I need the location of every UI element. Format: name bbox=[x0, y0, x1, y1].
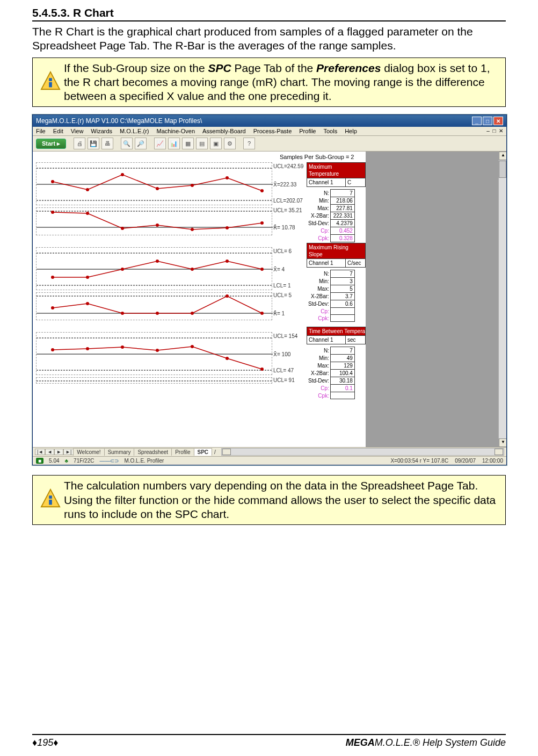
t1: If the Sub-Group size on the bbox=[64, 62, 208, 74]
scroll-down-icon[interactable]: ▼ bbox=[499, 438, 506, 447]
tab-spc[interactable]: SPC bbox=[194, 448, 213, 456]
toolbar-icon[interactable]: 📈 bbox=[154, 138, 166, 149]
tab-nav-first[interactable]: |◄ bbox=[35, 449, 45, 455]
svg-point-49 bbox=[226, 357, 229, 360]
menu-wizards[interactable]: Wizards bbox=[91, 128, 112, 134]
toolbar-icon[interactable]: ⚙ bbox=[224, 138, 236, 149]
zoom-out-icon[interactable]: 🔎 bbox=[135, 138, 147, 149]
tab-profile[interactable]: Profile bbox=[171, 448, 194, 456]
menu-process-paste[interactable]: Process-Paste bbox=[253, 128, 292, 134]
toolbar-icon[interactable]: ▣ bbox=[210, 138, 222, 149]
svg-point-50 bbox=[260, 368, 264, 371]
ucl-label-2: UCL= 35.21 bbox=[273, 207, 302, 213]
zoom-in-icon[interactable]: 🔍 bbox=[121, 138, 133, 149]
ucl-label-6: UCL= 91 bbox=[273, 377, 295, 383]
app-window: MegaM.O.L.E.(r) MAP V1.00 C:\MegaMOLE Ma… bbox=[32, 114, 507, 465]
toolbar-icon[interactable]: ▦ bbox=[182, 138, 194, 149]
status-date: 09/20/07 bbox=[455, 458, 476, 464]
stat-cpk bbox=[330, 315, 354, 322]
menu-help[interactable]: Help bbox=[345, 128, 357, 134]
svg-rect-2 bbox=[49, 82, 52, 87]
menu-machine-oven[interactable]: Machine-Oven bbox=[156, 128, 195, 134]
tab-welcome[interactable]: Welcome! bbox=[73, 448, 104, 456]
guide-rest: M.O.L.E.® Help System Guide bbox=[375, 737, 506, 748]
svg-point-12 bbox=[260, 189, 264, 192]
ucl-label-1: UCL=242.59 bbox=[273, 163, 303, 169]
tab-spreadsheet[interactable]: Spreadsheet bbox=[134, 448, 172, 456]
chart-r-1 bbox=[36, 207, 272, 235]
svg-point-28 bbox=[156, 260, 159, 263]
lcl-label-1: LCL=202.07 bbox=[273, 198, 303, 204]
tab-summary[interactable]: Summary bbox=[104, 448, 135, 456]
scroll-thumb[interactable] bbox=[499, 161, 506, 178]
channel-label: Channel 1 bbox=[307, 178, 346, 186]
chart-area: Samples Per Sub-Group = 2 UCL=242.59 X̄=… bbox=[33, 152, 506, 447]
stats-title-3: Time Between Temperature Rel bbox=[307, 327, 366, 336]
scroll-up-icon[interactable]: ▲ bbox=[499, 152, 506, 160]
menu-file[interactable]: File bbox=[36, 128, 46, 134]
stat-max: 129 bbox=[330, 362, 354, 370]
svg-point-10 bbox=[191, 184, 194, 187]
stat-cpk bbox=[330, 392, 354, 399]
close-button[interactable]: ✕ bbox=[493, 117, 503, 125]
toolbar-icon[interactable]: 🖶 bbox=[101, 138, 113, 149]
samples-per-subgroup-label: Samples Per Sub-Group = 2 bbox=[280, 154, 354, 160]
statusbar: ■ 5.04 ♣ 71F/22C ——⊂⊃ M.O.L.E. Profiler … bbox=[33, 456, 506, 465]
horizontal-scrollbar[interactable] bbox=[221, 448, 504, 456]
help-icon[interactable]: ? bbox=[243, 138, 255, 149]
svg-point-16 bbox=[86, 212, 89, 215]
menu-view[interactable]: View bbox=[71, 128, 84, 134]
status-chip: ■ bbox=[36, 458, 43, 464]
tab-nav-prev[interactable]: ◄ bbox=[45, 449, 54, 455]
info-icon bbox=[37, 61, 64, 91]
svg-point-48 bbox=[191, 345, 194, 348]
stat-n: 7 bbox=[330, 347, 354, 355]
menu-edit[interactable]: Edit bbox=[53, 128, 63, 134]
toolbar-icon[interactable]: 💾 bbox=[88, 138, 99, 149]
svg-point-39 bbox=[226, 294, 229, 298]
status-val: 5.04 bbox=[49, 458, 59, 464]
tab-nav-last[interactable]: ►| bbox=[63, 449, 74, 455]
stat-x2bar: 222.331 bbox=[330, 212, 354, 220]
stats-panel-3: Time Between Temperature Rel Channel 1 s… bbox=[307, 327, 366, 399]
ucl-label-4: UCL= 5 bbox=[273, 292, 292, 298]
window-title: MegaM.O.L.E.(r) MAP V1.00 C:\MegaMOLE Ma… bbox=[36, 117, 202, 125]
svg-point-6 bbox=[51, 180, 54, 183]
svg-point-30 bbox=[226, 260, 229, 263]
vertical-scrollbar[interactable]: ▲ ▼ bbox=[498, 152, 506, 447]
menu-tools[interactable]: Tools bbox=[323, 128, 337, 134]
minimize-button[interactable]: _ bbox=[472, 117, 482, 125]
svg-point-15 bbox=[51, 211, 54, 214]
stat-max: 5 bbox=[330, 285, 354, 293]
toolbar-icon[interactable]: ▤ bbox=[196, 138, 208, 149]
center-label-2: R̄= 10.78 bbox=[273, 225, 295, 231]
titlebar: MegaM.O.L.E.(r) MAP V1.00 C:\MegaMOLE Ma… bbox=[33, 115, 506, 127]
status-profiler: M.O.L.E. Profiler bbox=[124, 458, 164, 464]
menu-mole[interactable]: M.O.L.E.(r) bbox=[120, 128, 149, 134]
svg-point-20 bbox=[226, 226, 229, 229]
guide-title: MEGAM.O.L.E.® Help System Guide bbox=[346, 737, 506, 748]
section-title: 5.4.5.3. R Chart bbox=[32, 6, 506, 21]
svg-point-46 bbox=[121, 345, 124, 349]
channel-label: Channel 1 bbox=[307, 336, 346, 344]
empty-gray-area bbox=[366, 152, 500, 447]
page-footer: ♦195♦ MEGAM.O.L.E.® Help System Guide bbox=[0, 734, 538, 748]
svg-rect-54 bbox=[49, 500, 52, 505]
menu-assembly-board[interactable]: Assembly-Board bbox=[202, 128, 246, 134]
svg-point-26 bbox=[86, 276, 89, 279]
toolbar: Start ▸ 🖨 💾 🖶 🔍 🔎 📈 📊 ▦ ▤ ▣ ⚙ ? bbox=[33, 136, 506, 152]
menu-profile[interactable]: Profile bbox=[299, 128, 316, 134]
unit-label: C/sec bbox=[346, 259, 365, 267]
toolbar-icon[interactable]: 📊 bbox=[168, 138, 180, 149]
status-temp: 71F/22C bbox=[74, 458, 94, 464]
svg-point-35 bbox=[86, 302, 89, 305]
maximize-button[interactable]: □ bbox=[483, 117, 492, 125]
doc-close-buttons[interactable]: – □ ✕ bbox=[486, 128, 503, 134]
toolbar-icon[interactable]: 🖨 bbox=[74, 138, 85, 149]
stat-min: 49 bbox=[330, 355, 354, 362]
tab-nav-next[interactable]: ► bbox=[54, 449, 63, 455]
center-label-1: X̄=222.33 bbox=[273, 182, 296, 188]
unit-label: C bbox=[346, 178, 365, 186]
start-button[interactable]: Start ▸ bbox=[36, 139, 66, 149]
svg-point-45 bbox=[86, 347, 89, 350]
